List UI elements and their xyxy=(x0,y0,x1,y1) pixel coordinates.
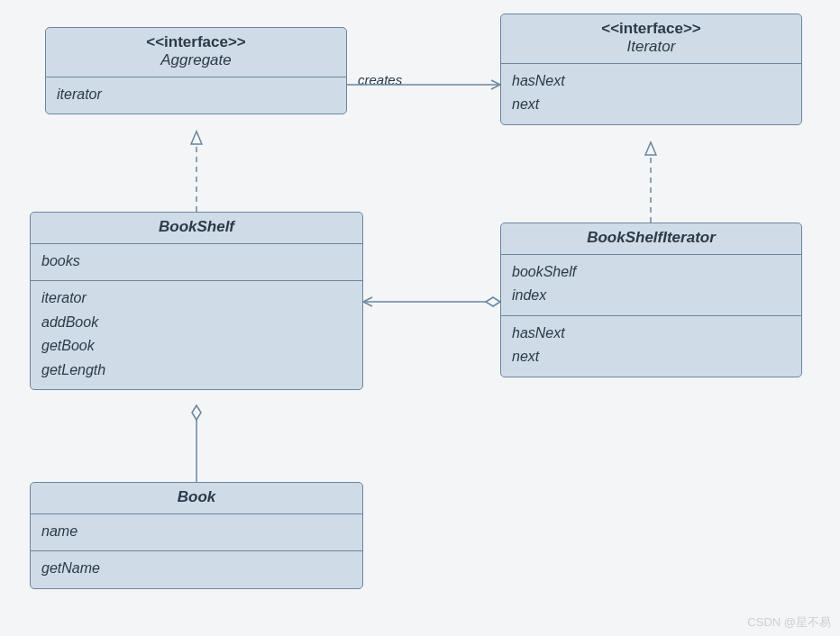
class-bookshelf-iterator-attrs: bookShelf index xyxy=(501,255,801,316)
attr: iterator xyxy=(57,83,335,106)
class-book: Book name getName xyxy=(30,482,363,589)
class-iterator-attrs: hasNext next xyxy=(501,64,801,124)
op: getLength xyxy=(41,359,352,382)
attr: next xyxy=(512,93,790,116)
class-bookshelf: BookShelf books iterator addBook getBook… xyxy=(30,212,363,390)
attr: books xyxy=(41,250,352,273)
op: iterator xyxy=(41,286,352,310)
attr: hasNext xyxy=(512,69,790,93)
attr: name xyxy=(41,520,352,543)
stereotype-label: <<interface>> xyxy=(510,20,792,38)
class-name: BookShelf xyxy=(40,218,353,236)
class-bookshelf-ops: iterator addBook getBook getLength xyxy=(31,281,362,389)
stereotype-label: <<interface>> xyxy=(55,33,337,51)
op: addBook xyxy=(41,311,352,334)
class-iterator-title: <<interface>> Iterator xyxy=(501,14,801,64)
watermark: CSDN @星不易 xyxy=(747,614,831,631)
class-aggregate: <<interface>> Aggregate iterator xyxy=(45,27,347,114)
class-bookshelf-iterator-ops: hasNext next xyxy=(501,316,801,377)
class-bookshelf-title: BookShelf xyxy=(31,213,362,244)
class-book-attrs: name xyxy=(31,514,362,551)
op: next xyxy=(512,345,790,368)
op: hasNext xyxy=(512,322,790,345)
class-bookshelf-attrs: books xyxy=(31,244,362,281)
class-aggregate-attrs: iterator xyxy=(46,77,346,114)
attr: bookShelf xyxy=(512,260,790,284)
class-name: Iterator xyxy=(510,38,792,56)
attr: index xyxy=(512,284,790,307)
class-name: Book xyxy=(40,488,353,506)
class-bookshelf-iterator: BookShelfIterator bookShelf index hasNex… xyxy=(500,223,802,377)
op: getName xyxy=(41,557,352,580)
class-book-ops: getName xyxy=(31,551,362,587)
class-name: BookShelfIterator xyxy=(510,229,792,247)
edge-label-creates: creates xyxy=(358,72,402,87)
class-name: Aggregate xyxy=(55,51,337,69)
op: getBook xyxy=(41,334,352,358)
class-iterator: <<interface>> Iterator hasNext next xyxy=(500,14,802,125)
class-book-title: Book xyxy=(31,483,362,514)
class-bookshelf-iterator-title: BookShelfIterator xyxy=(501,223,801,255)
class-aggregate-title: <<interface>> Aggregate xyxy=(46,28,346,77)
